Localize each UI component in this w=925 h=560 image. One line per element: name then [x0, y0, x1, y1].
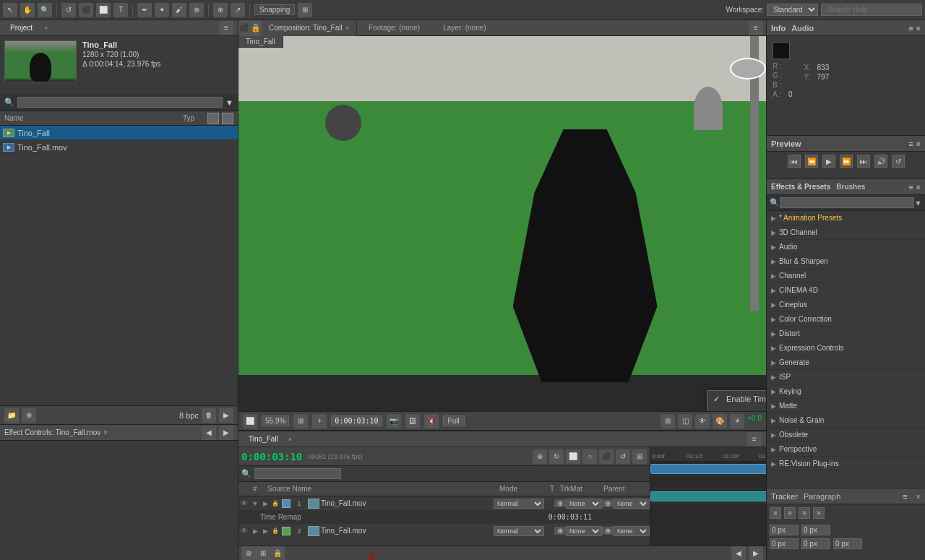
comp-menu-icon[interactable]: ≡	[749, 21, 763, 35]
layer-1-mode-select[interactable]: Normal	[494, 499, 544, 509]
project-icon-1[interactable]: ≡	[219, 21, 233, 35]
effect-obsolete[interactable]: ▶ Obsolete	[767, 428, 925, 442]
tool2[interactable]: ⬛	[79, 3, 93, 17]
effect-audio[interactable]: ▶ Audio	[767, 240, 925, 254]
ctrl-icon-1[interactable]: ◀	[202, 426, 216, 440]
exposure-icon[interactable]: ☀	[730, 414, 744, 428]
effect-generate[interactable]: ▶ Generate	[767, 356, 925, 370]
tl-menu-icon[interactable]: ≡	[747, 432, 762, 447]
prev-last[interactable]: ⏭	[857, 155, 870, 168]
new-folder-icon[interactable]: 📁	[4, 408, 19, 423]
tl-bottom-icon-3[interactable]: 🔒	[270, 546, 285, 561]
file-item-comp[interactable]: ▶ Tino_Fall	[0, 126, 238, 140]
tl-ctrl-7[interactable]: ⊞	[632, 449, 647, 464]
timeline-close[interactable]: ×	[288, 436, 292, 443]
ctx-enable-time-remapping[interactable]: ✓ Enable Time Remapping Ctrl+Alt+T	[707, 391, 766, 407]
new-comp-icon[interactable]: ⊕	[22, 408, 36, 423]
effect-3d-channel[interactable]: ▶ 3D Channel	[767, 225, 925, 240]
layer-row-1[interactable]: 👁 ▼ ▶ 🔒 1 Tino_Fall.mov Normal	[238, 496, 650, 511]
layer-1-trkmat-select[interactable]: None	[566, 499, 602, 509]
layer-1-parent-select[interactable]: None	[614, 499, 650, 509]
layer-1-trk-toggle[interactable]: ⊕	[554, 499, 566, 507]
tl-bottom-icon-4[interactable]: ◀	[731, 546, 746, 561]
search-help-input[interactable]	[821, 4, 922, 16]
tool4[interactable]: T	[113, 3, 128, 17]
list-icon-1[interactable]	[207, 113, 219, 124]
layer-2-expand[interactable]: ▶	[250, 527, 260, 535]
grid-icon[interactable]: ⊞	[661, 414, 675, 428]
comp-viewer[interactable]: Tino_Fall ✓ Enable Time Remapping Ctrl+A…	[238, 36, 766, 411]
tl-bottom-icon-5[interactable]: ▶	[749, 546, 763, 561]
view-icon[interactable]: 👁	[695, 414, 710, 428]
comp-tab-icon[interactable]: ⬛	[238, 20, 250, 36]
list-icon-2[interactable]	[222, 113, 233, 124]
project-close[interactable]: ×	[44, 25, 48, 32]
effect-distort[interactable]: ▶ Distort	[767, 327, 925, 341]
layer-2-lock[interactable]: 🔒	[270, 527, 280, 534]
effect-color-correction[interactable]: ▶ Color Correction	[767, 312, 925, 327]
prev-audio[interactable]: 🔊	[874, 155, 887, 168]
tl-ctrl-6[interactable]: ↺	[616, 449, 630, 464]
info-tab[interactable]: Info	[771, 24, 786, 33]
effect-perspective[interactable]: ▶ Perspective	[767, 442, 925, 457]
search-dropdown[interactable]: ▼	[225, 98, 233, 107]
prev-loop[interactable]: ↺	[892, 155, 905, 168]
brushes-tab[interactable]: Brushes	[836, 183, 865, 191]
effect-noise-grain[interactable]: ▶ Noise & Grain	[767, 413, 925, 428]
padding-input-3[interactable]	[770, 538, 799, 549]
ctx-time-reverse[interactable]: Time-Reverse Layer Ctrl+Alt+R	[707, 407, 766, 411]
layer-2-vis-toggle[interactable]: 👁	[238, 527, 250, 535]
tracker-menu[interactable]: ≡	[903, 492, 907, 501]
tl-ctrl-5[interactable]: ⬛	[599, 449, 614, 464]
clone-tool[interactable]: ⊕	[189, 3, 204, 17]
effects-close[interactable]: ×	[916, 183, 921, 191]
tl-timecode[interactable]: 0:00:03:10	[241, 451, 302, 462]
effect-expression-controls[interactable]: ▶ Expression Controls	[767, 341, 925, 356]
effect-cinema4d[interactable]: ▶ CINEMA 4D	[767, 283, 925, 298]
camera-tool[interactable]: ⊕	[213, 3, 228, 17]
tl-ctrl-3[interactable]: ⬜	[566, 449, 580, 464]
layer-2-trk-toggle[interactable]: ⊕	[554, 527, 566, 535]
layer-tab[interactable]: Layer: (none)	[431, 24, 497, 32]
color-icon[interactable]: 🎨	[713, 414, 727, 428]
tl-ctrl-1[interactable]: ⊕	[533, 449, 547, 464]
controls-close[interactable]: ×	[103, 428, 108, 436]
effect-isp[interactable]: ▶ ISP	[767, 370, 925, 384]
tl-ctrl-4[interactable]: ○	[582, 449, 597, 464]
effects-menu[interactable]: ≡	[908, 183, 913, 191]
comp-tab-close[interactable]: ×	[345, 25, 349, 32]
ctrl-icon-2[interactable]: ▶	[219, 426, 233, 440]
prev-first[interactable]: ⏮	[788, 155, 801, 168]
layer-1-parent-toggle[interactable]: ⊕	[602, 499, 614, 507]
effects-search-input[interactable]	[780, 197, 914, 208]
tracker-close[interactable]: ×	[916, 492, 921, 501]
footage-tab[interactable]: Footage: (none)	[357, 24, 431, 32]
transparency-icon[interactable]: ◫	[678, 414, 692, 428]
lock-icon[interactable]: 🔒	[250, 20, 262, 36]
region-icon[interactable]: ⬜	[243, 414, 257, 428]
layer-1-vis-toggle[interactable]: 👁	[238, 499, 250, 507]
file-item-mov[interactable]: ▶ Tino_Fall.mov	[0, 140, 238, 155]
project-tab[interactable]: Project	[4, 23, 38, 33]
null-tool[interactable]: ↗	[231, 3, 245, 17]
layer-row-2[interactable]: 👁 ▶ ▶ 🔒 2 Tino_Fall.mov Normal	[238, 524, 650, 538]
workspace-select[interactable]: Standard	[767, 4, 818, 16]
layer-2-parent-select[interactable]: None	[614, 526, 650, 536]
snapping-label[interactable]: Snapping	[254, 4, 295, 15]
zoom-tool[interactable]: 🔍	[38, 3, 52, 17]
tl-bottom-icon-2[interactable]: ⊞	[256, 546, 270, 561]
align-justify[interactable]: ≡	[813, 507, 825, 519]
tracker-tab[interactable]: Tracker	[771, 492, 798, 501]
trash-icon[interactable]: 🗑	[202, 408, 216, 423]
fit-icon[interactable]: ⊞	[293, 414, 308, 428]
effect-cineplus[interactable]: ▶ Cineplus	[767, 298, 925, 312]
effects-search-dropdown[interactable]: ▼	[914, 199, 922, 207]
stamp-tool[interactable]: ✦	[155, 3, 169, 17]
audio-tab[interactable]: Audio	[791, 24, 814, 33]
effects-tab[interactable]: Effects & Presets	[771, 183, 830, 191]
effect-keying[interactable]: ▶ Keying	[767, 384, 925, 399]
align-right[interactable]: ≡	[799, 507, 810, 519]
scroll-right-icon[interactable]: ▶	[219, 408, 233, 423]
tool3[interactable]: ⬜	[96, 3, 111, 17]
layer-2-solo[interactable]: ▶	[260, 527, 270, 535]
